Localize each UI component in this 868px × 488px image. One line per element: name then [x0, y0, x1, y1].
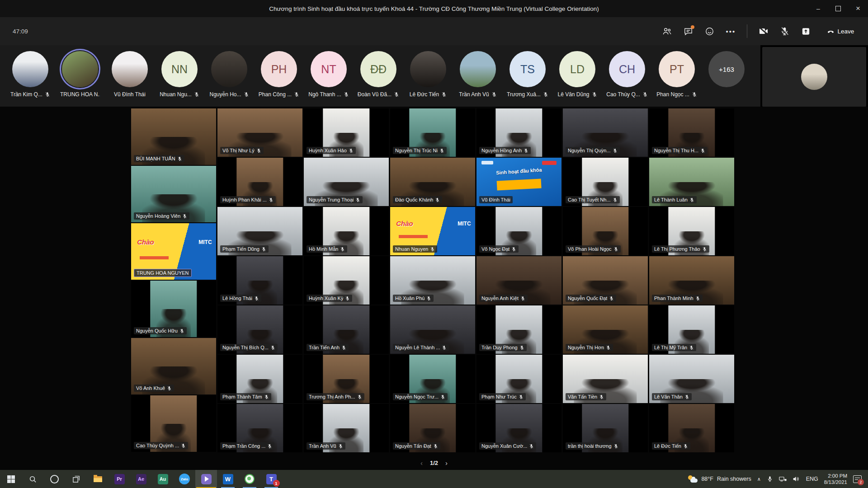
taskbar-explorer-button[interactable]: [87, 470, 108, 488]
video-tile[interactable]: Huỳnh Xuân Kỳ: [304, 256, 389, 305]
video-tile[interactable]: Sinh hoạt đầu khóaVũ Đình Thái: [476, 158, 561, 206]
strip-participant[interactable]: ĐĐĐoàn Vũ Đã...: [354, 45, 403, 107]
video-tile[interactable]: Lê Thành Luân: [649, 158, 734, 206]
tray-expand-chevron[interactable]: ∧: [757, 476, 761, 482]
video-tile[interactable]: Huỳnh Phan Khải ...: [217, 158, 302, 206]
video-tile[interactable]: Nguyễn Thị Hơn: [563, 305, 648, 354]
taskbar-premiere-button[interactable]: Pr: [108, 470, 130, 488]
maximize-button[interactable]: [828, 0, 848, 17]
chat-button[interactable]: [678, 22, 699, 40]
taskbar-clock[interactable]: 2:00 PM 8/13/2021: [824, 473, 847, 485]
video-tile[interactable]: Phạm Như Trúc: [476, 355, 561, 403]
strip-participant[interactable]: NTNgô Thanh ...: [304, 45, 354, 107]
video-tile[interactable]: Trần Tiến Anh: [304, 305, 389, 354]
leave-button[interactable]: Leave: [822, 23, 859, 39]
reactions-button[interactable]: [699, 22, 720, 40]
strip-participant[interactable]: NNNhuan Ngu...: [155, 45, 204, 107]
next-page-button[interactable]: ›: [445, 460, 448, 466]
taskbar-start-button[interactable]: [0, 470, 22, 488]
language-indicator[interactable]: ENG: [806, 476, 818, 482]
video-tile[interactable]: Nguyễn Quốc Hữu: [131, 281, 216, 337]
video-tile[interactable]: Cao Thị Tuyết Nh...: [563, 158, 648, 206]
video-tile[interactable]: Trần Duy Phong: [476, 305, 561, 354]
taskbar-search-button[interactable]: [22, 470, 43, 488]
video-tile[interactable]: Võ Anh Khuê: [131, 338, 216, 394]
video-tile[interactable]: Võ Phan Hoài Ngọc: [563, 207, 648, 255]
video-tile[interactable]: Nguyễn Hồng Anh: [476, 108, 561, 157]
strip-participant[interactable]: Nguyễn Ho...: [204, 45, 254, 107]
strip-participant[interactable]: PTPhan Ngọc ...: [652, 45, 702, 107]
video-tile[interactable]: Nguyễn Thị Bích Q...: [217, 305, 302, 354]
taskbar-mediaplayer-button[interactable]: [195, 470, 217, 488]
video-tile[interactable]: Lê Hồng Thái: [217, 256, 302, 305]
self-video-preview[interactable]: [762, 47, 866, 107]
strip-participant[interactable]: CHCao Thùy Q...: [602, 45, 652, 107]
video-tile[interactable]: Trương Thị Anh Ph...: [304, 355, 389, 403]
video-tile[interactable]: Hồ Minh Mẫn: [304, 207, 389, 255]
video-tile[interactable]: Nguyễn Trung Thoại: [304, 158, 389, 206]
strip-participant[interactable]: PHPhan Công ...: [254, 45, 304, 107]
strip-participant[interactable]: Trần Anh Vũ: [453, 45, 503, 107]
video-tile[interactable]: Nguyễn Tấn Đạt: [390, 404, 475, 452]
video-tile[interactable]: Nguyễn Lê Thành ...: [390, 305, 475, 354]
video-tile[interactable]: Lê Văn Thân: [649, 355, 734, 403]
video-tile[interactable]: Nguyễn Thị Thu H...: [649, 108, 734, 157]
taskbar-teams-button[interactable]: T1: [260, 470, 282, 488]
video-tile[interactable]: ChàoMITCTRUNG HOA NGUYEN: [131, 223, 216, 280]
strip-overflow[interactable]: +163: [702, 45, 751, 107]
strip-participant[interactable]: Vũ Đình Thái: [105, 45, 155, 107]
video-tile[interactable]: Nguyễn Ngọc Trư...: [390, 355, 475, 403]
more-options-button[interactable]: •••: [720, 22, 741, 40]
taskbar-audition-button[interactable]: Au: [152, 470, 174, 488]
video-tile[interactable]: Phan Thành Minh: [649, 256, 734, 305]
taskbar-zalo-button[interactable]: Zalo: [174, 470, 195, 488]
windows-logo-icon: [7, 475, 15, 483]
strip-participant[interactable]: TRUNG HOA N...: [55, 45, 105, 107]
participants-button[interactable]: [656, 22, 678, 40]
taskbar-cortana-button[interactable]: [43, 470, 65, 488]
video-tile[interactable]: trần thị hoài thương: [563, 404, 648, 452]
video-tile[interactable]: Văn Tấn Tiền: [563, 355, 648, 403]
video-tile[interactable]: Đào Quốc Khánh: [390, 158, 475, 206]
video-tile[interactable]: Nguyễn Thị Trúc Ni: [390, 108, 475, 157]
video-tile[interactable]: Võ Ngọc Đạt: [476, 207, 561, 255]
strip-participant[interactable]: Trần Kim Q...: [5, 45, 55, 107]
video-tile[interactable]: Lê Thị Mỹ Trân: [649, 305, 734, 354]
video-tile[interactable]: Võ Thị Như Lý: [217, 108, 302, 157]
video-tile[interactable]: Nguyễn Quốc Đạt: [563, 256, 648, 305]
taskbar-coccoc-button[interactable]: [239, 470, 260, 488]
minimize-button[interactable]: –: [808, 0, 828, 17]
video-tile[interactable]: Phạm Tiến Dũng: [217, 207, 302, 255]
strip-participant[interactable]: LDLê Văn Dũng: [552, 45, 602, 107]
taskbar-word-button[interactable]: W: [217, 470, 239, 488]
video-tile[interactable]: Nguyễn Hoàng Viên: [131, 166, 216, 222]
video-tile[interactable]: Phạm Thành Tâm: [217, 355, 302, 403]
video-tile[interactable]: Trần Anh Vũ: [304, 404, 389, 452]
video-tile[interactable]: Huỳnh Xuân Hảo: [304, 108, 389, 157]
video-tile[interactable]: Nguyễn Thị Quỳn...: [563, 108, 648, 157]
tray-mic-icon[interactable]: [767, 476, 773, 482]
mic-toggle-button[interactable]: [774, 22, 795, 40]
action-center-button[interactable]: 2: [853, 475, 862, 483]
taskbar-aftereffects-button[interactable]: Ae: [130, 470, 152, 488]
network-icon[interactable]: [779, 476, 787, 482]
weather-widget[interactable]: 88°F Rain showers: [688, 475, 751, 483]
close-button[interactable]: ×: [848, 0, 868, 17]
previous-page-button[interactable]: ‹: [420, 460, 423, 466]
strip-participant[interactable]: TSTrương Xuâ...: [503, 45, 552, 107]
video-tile[interactable]: Nguyễn Xuân Cườ...: [476, 404, 561, 452]
video-tile[interactable]: Lê Đức Tiến: [649, 404, 734, 452]
camera-toggle-button[interactable]: [753, 22, 774, 40]
taskbar-taskview-button[interactable]: [65, 470, 87, 488]
video-tile[interactable]: Hồ Xuân Phú: [390, 256, 475, 305]
video-tile[interactable]: Phạm Trần Công ...: [217, 404, 302, 452]
volume-icon[interactable]: [793, 476, 800, 482]
share-button[interactable]: [795, 22, 816, 40]
video-tile[interactable]: ChàoMITCNhuan Nguyen: [390, 207, 475, 255]
strip-participant[interactable]: Lê Đức Tiến: [403, 45, 453, 107]
video-tile[interactable]: Lê Thị Phương Thảo: [649, 207, 734, 255]
video-tile[interactable]: Cao Thùy Quỳnh ...: [131, 395, 216, 452]
video-tile[interactable]: BÙI MẠNH TUẤN: [131, 108, 216, 165]
video-tile[interactable]: Nguyễn Anh Kiệt: [476, 256, 561, 305]
participant-filmstrip: Trần Kim Q...TRUNG HOA N...Vũ Đình TháiN…: [0, 45, 760, 107]
